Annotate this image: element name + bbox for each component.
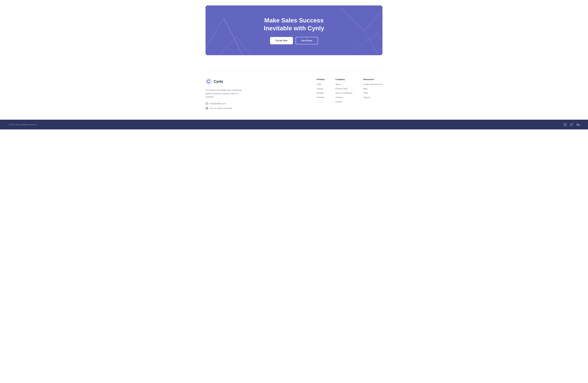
email-text: hello@sifat01.com [210,102,226,105]
svg-rect-4 [206,108,207,109]
email-contact: hello@sifat01.com [206,102,249,105]
see-prices-button[interactable]: See Prices [296,37,318,44]
svg-point-10 [577,123,577,124]
svg-rect-9 [577,124,577,126]
product-link-pricing[interactable]: Pricing [317,88,324,90]
footer-col-product: Product CRM Pricing Benefits Features [317,78,324,105]
try-for-free-button[interactable]: Try for Free [270,37,293,44]
hero-buttons: Try for Free See Prices [270,37,318,44]
hero-section: Make Sales Success Inevitable with Cynly… [206,0,382,63]
instagram-icon[interactable] [564,123,567,126]
copyright-text: © 2023 Cynly. All Rights Reserved [8,124,36,126]
company-link-partners[interactable]: Partners [335,96,352,98]
email-icon [206,102,208,105]
linkedin-icon[interactable] [577,123,580,126]
brand-tagline: The fastest and simple way to generate g… [206,89,246,98]
slack-icon [206,107,208,110]
footer-bottom-bar: © 2023 Cynly. All Rights Reserved [0,120,588,129]
slack-contact: Join our slack community [206,107,249,110]
footer-col-resources: Resources Guides and resources Blog Tool… [363,78,382,105]
hero-title: Make Sales Success Inevitable with Cynly [264,16,324,32]
svg-point-8 [566,124,566,124]
product-link-crm[interactable]: CRM [317,83,324,85]
svg-point-7 [565,124,566,125]
product-link-features[interactable]: Features [317,96,324,98]
product-link-benefits[interactable]: Benefits [317,92,324,94]
company-col-title: Company [335,78,352,80]
hero-banner: Make Sales Success Inevitable with Cynly… [206,5,382,55]
resources-col-title: Resources [363,78,382,80]
svg-rect-6 [564,123,567,126]
footer-content: Cynly The fastest and simple way to gene… [206,78,382,120]
resources-link-support[interactable]: Support [363,96,382,98]
footer-nav: Product CRM Pricing Benefits Features Co… [254,78,382,105]
svg-rect-2 [206,107,207,108]
footer-col-company: Company About Privacy Policy Terms & Con… [335,78,352,105]
svg-point-0 [206,78,212,85]
slack-text: Join our slack community [210,107,232,109]
brand-name: Cynly [214,79,223,83]
footer-brand: Cynly The fastest and simple way to gene… [206,78,249,112]
resources-link-blog[interactable]: Blog [363,88,382,90]
resources-link-tools[interactable]: Tools [363,92,382,94]
resources-link-guides[interactable]: Guides and resources [363,83,382,85]
company-link-terms[interactable]: Terms & Conditions [335,92,352,94]
company-link-contact[interactable]: Contact [335,101,352,103]
social-icons [564,123,580,126]
twitter-icon[interactable] [570,123,573,126]
brand-icon [206,78,212,85]
company-link-privacy[interactable]: Privacy Policy [335,88,352,90]
brand-logo: Cynly [206,78,249,85]
footer-section: Cynly The fastest and simple way to gene… [206,63,382,120]
svg-rect-5 [207,108,208,109]
svg-rect-3 [207,107,208,108]
product-col-title: Product [317,78,324,80]
company-link-about[interactable]: About [335,83,352,85]
